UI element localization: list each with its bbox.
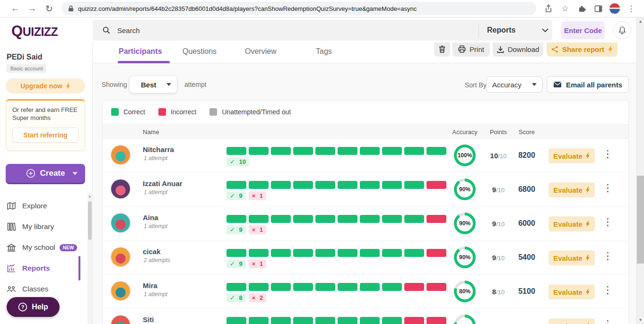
upgrade-now-button[interactable]: Upgrade now xyxy=(6,78,85,94)
correct-bar xyxy=(360,181,380,189)
address-bar[interactable]: quizizz.com/admin/reports/644b2c28357db6… xyxy=(61,2,536,15)
global-search-bar[interactable] xyxy=(93,20,552,41)
correct-bar xyxy=(249,181,269,189)
search-input[interactable] xyxy=(117,26,401,34)
points-cell: 10/10 xyxy=(483,152,513,160)
accuracy-ring: 100% xyxy=(454,145,476,166)
quizizz-logo[interactable]: QUIZIZZ xyxy=(11,23,58,40)
accuracy-value: 80% xyxy=(459,288,470,295)
correct-bar xyxy=(271,181,291,189)
evaluate-button[interactable]: Evaluate xyxy=(548,318,595,324)
bookmark-star-icon[interactable]: ☆ xyxy=(558,2,572,15)
start-referring-button[interactable]: Start referring xyxy=(12,128,78,143)
incorrect-count-badge: × 1 xyxy=(249,259,266,268)
caret-down-icon xyxy=(166,83,171,86)
correct-swatch xyxy=(111,108,119,116)
correct-bar xyxy=(226,283,246,291)
scroll-up-icon[interactable]: ▲ xyxy=(87,195,92,198)
sidebar-scrollbar-thumb[interactable] xyxy=(88,201,92,240)
enter-code-button[interactable]: Enter Code xyxy=(561,21,605,39)
incorrect-bar xyxy=(426,249,446,257)
browser-menu-icon[interactable]: ⋮ xyxy=(625,2,638,15)
column-name: Name xyxy=(143,128,159,136)
row-menu-icon[interactable]: ⋮ xyxy=(603,250,610,261)
score-cell: 6800 xyxy=(512,185,542,194)
download-button[interactable]: Download xyxy=(493,42,543,57)
correct-bar xyxy=(360,317,380,324)
incorrect-bar xyxy=(404,283,424,291)
correct-bar xyxy=(315,181,335,189)
result-badges: ✓ 9 × 1 xyxy=(226,225,266,234)
side-panel-icon[interactable] xyxy=(592,2,605,15)
participant-name: Izzati Anuar xyxy=(143,179,183,188)
sort-select[interactable]: Accuracy xyxy=(486,77,543,93)
correct-bar xyxy=(315,249,335,257)
bolt-icon xyxy=(585,187,590,193)
row-menu-icon[interactable]: ⋮ xyxy=(603,284,610,295)
print-button[interactable]: Print xyxy=(453,42,490,57)
tab-questions[interactable]: Questions xyxy=(183,47,217,56)
evaluate-button[interactable]: Evaluate xyxy=(548,284,595,299)
scroll-up-icon[interactable]: ▲ xyxy=(637,19,644,24)
sidebar-item-my-school[interactable]: My school NEW xyxy=(0,237,88,258)
tab-participants[interactable]: Participants xyxy=(119,47,162,56)
browser-profile-avatar[interactable] xyxy=(608,2,621,15)
row-menu-icon[interactable]: ⋮ xyxy=(603,318,610,324)
extensions-puzzle-icon[interactable] xyxy=(575,2,588,15)
printer-icon xyxy=(458,45,466,53)
table-row: cicak 2 attempts ✓ 9 × 1 90% 9/10 5400 E… xyxy=(103,241,628,275)
page-scrollbar[interactable]: ▲ ▼ xyxy=(636,17,644,324)
tab-overview[interactable]: Overview xyxy=(245,47,277,56)
attempt-filter-select[interactable]: Best xyxy=(130,76,177,93)
sidebar-item-explore[interactable]: Explore xyxy=(0,196,88,216)
question-result-bars xyxy=(226,215,449,223)
main-content: Showing Best attempt Sort By: Accuracy E… xyxy=(93,63,636,324)
create-button[interactable]: Create xyxy=(6,164,85,183)
evaluate-button[interactable]: Evaluate xyxy=(548,250,595,265)
correct-count-badge: ✓ 10 xyxy=(226,157,249,166)
correct-bar xyxy=(293,249,313,257)
report-tabs-bar: Participants Questions Overview Tags Pri… xyxy=(93,43,636,63)
user-name: PEDi Said xyxy=(7,53,43,61)
correct-bar xyxy=(338,317,357,324)
reports-dropdown-label: Reports xyxy=(487,26,515,34)
result-badges: ✓ 9 × 1 xyxy=(226,191,266,200)
reports-context-dropdown[interactable]: Reports xyxy=(487,20,548,41)
share-report-button[interactable]: Share report xyxy=(547,42,618,57)
email-all-parents-button[interactable]: Email all parents xyxy=(547,76,629,93)
attempt-count: 1 attempt xyxy=(144,155,174,162)
sidebar-item-reports[interactable]: Reports xyxy=(0,258,88,279)
legend: Correct Incorrect Unattempted/Timed out xyxy=(111,108,291,116)
sidebar-item-classes[interactable]: Classes xyxy=(0,279,88,299)
participant-avatar xyxy=(111,247,130,266)
share-page-icon[interactable] xyxy=(542,2,555,15)
bolt-icon xyxy=(585,153,590,159)
correct-bar xyxy=(293,181,313,189)
bolt-icon xyxy=(608,46,613,52)
evaluate-button[interactable]: Evaluate xyxy=(548,148,595,163)
sidebar-scrollbar[interactable]: ▲ xyxy=(87,194,92,324)
correct-bar xyxy=(226,181,246,189)
sidebar-item-my-library[interactable]: My library xyxy=(0,216,88,237)
row-menu-icon[interactable]: ⋮ xyxy=(603,216,610,227)
notifications-bell-icon[interactable] xyxy=(613,21,631,39)
new-badge: NEW xyxy=(60,244,77,251)
page-scrollbar-thumb[interactable] xyxy=(637,176,644,264)
caret-down-icon xyxy=(532,83,537,86)
help-button[interactable]: ? Help xyxy=(7,297,60,317)
browser-forward-icon[interactable]: → xyxy=(24,1,41,16)
lock-icon xyxy=(68,5,74,12)
evaluate-button[interactable]: Evaluate xyxy=(548,182,595,197)
evaluate-button[interactable]: Evaluate xyxy=(548,216,595,231)
row-menu-icon[interactable]: ⋮ xyxy=(603,182,610,193)
scroll-down-icon[interactable]: ▼ xyxy=(637,318,644,322)
correct-bar xyxy=(226,147,246,155)
browser-back-icon[interactable]: ← xyxy=(7,1,24,16)
school-icon xyxy=(7,243,16,252)
correct-bar xyxy=(382,283,402,291)
tab-tags[interactable]: Tags xyxy=(316,47,332,56)
delete-report-button[interactable] xyxy=(434,42,450,57)
row-menu-icon[interactable]: ⋮ xyxy=(603,148,610,159)
accuracy-ring: 90% xyxy=(454,247,476,268)
browser-reload-icon[interactable]: ↻ xyxy=(41,1,58,16)
